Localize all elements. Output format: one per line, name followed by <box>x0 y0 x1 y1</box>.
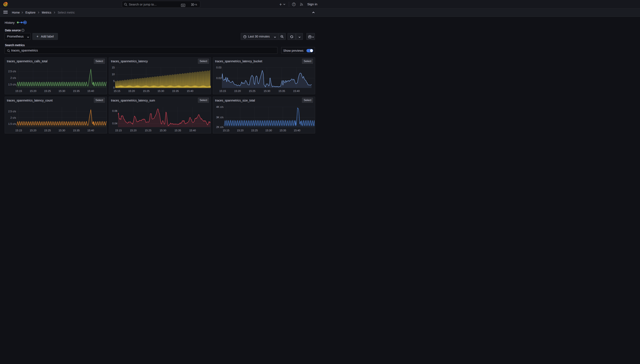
svg-text:15:25: 15:25 <box>44 90 51 92</box>
svg-text:15:30: 15:30 <box>160 129 166 132</box>
svg-text:15:40: 15:40 <box>189 129 196 132</box>
svg-text:2K c/s: 2K c/s <box>216 126 224 128</box>
svg-text:15:20: 15:20 <box>30 129 36 132</box>
svg-text:1.5 c/s: 1.5 c/s <box>8 122 16 126</box>
svg-text:15:20: 15:20 <box>234 90 241 92</box>
svg-text:15:20: 15:20 <box>30 90 36 92</box>
svg-text:15: 15 <box>112 66 115 69</box>
svg-text:15:40: 15:40 <box>293 90 300 92</box>
svg-text:15:30: 15:30 <box>58 90 65 92</box>
svg-text:15:40: 15:40 <box>187 90 193 92</box>
svg-text:15:30: 15:30 <box>58 129 65 132</box>
svg-text:0: 0 <box>114 86 115 89</box>
svg-text:0.04: 0.04 <box>112 122 118 125</box>
svg-text:3K c/s: 3K c/s <box>216 116 224 119</box>
svg-text:15:15: 15:15 <box>223 129 229 132</box>
svg-text:15:25: 15:25 <box>143 90 150 92</box>
svg-text:15:25: 15:25 <box>251 129 258 132</box>
svg-text:2.5 c/s: 2.5 c/s <box>8 70 16 73</box>
svg-text:15:35: 15:35 <box>172 90 179 92</box>
svg-text:15:35: 15:35 <box>73 129 80 132</box>
svg-text:15:15: 15:15 <box>114 90 120 92</box>
svg-text:5: 5 <box>114 80 115 83</box>
svg-text:15:20: 15:20 <box>130 129 136 132</box>
svg-text:1.5 c/s: 1.5 c/s <box>8 83 16 86</box>
svg-text:15:25: 15:25 <box>249 90 255 92</box>
svg-text:15:30: 15:30 <box>158 90 164 92</box>
svg-text:0.03: 0.03 <box>216 66 222 69</box>
svg-text:15:15: 15:15 <box>15 90 22 92</box>
svg-text:0.02: 0.02 <box>216 77 222 80</box>
svg-text:15:40: 15:40 <box>87 90 94 92</box>
svg-text:15:15: 15:15 <box>15 129 22 132</box>
svg-text:15:35: 15:35 <box>174 129 181 132</box>
svg-text:15:20: 15:20 <box>128 90 135 92</box>
svg-text:15:20: 15:20 <box>237 129 244 132</box>
svg-text:15:15: 15:15 <box>115 129 122 132</box>
svg-text:15:30: 15:30 <box>264 90 270 92</box>
svg-text:15:35: 15:35 <box>73 90 80 92</box>
svg-text:0.06: 0.06 <box>112 110 118 112</box>
svg-text:2 c/s: 2 c/s <box>10 76 16 80</box>
svg-text:15:35: 15:35 <box>280 129 286 132</box>
svg-text:15:30: 15:30 <box>265 129 272 132</box>
svg-text:15:15: 15:15 <box>219 90 226 92</box>
svg-text:2.5 c/s: 2.5 c/s <box>8 110 16 113</box>
svg-text:4K c/s: 4K c/s <box>216 106 224 108</box>
svg-text:15:40: 15:40 <box>87 129 94 132</box>
svg-text:?: ? <box>293 3 294 6</box>
svg-text:10: 10 <box>112 73 115 76</box>
svg-text:2 c/s: 2 c/s <box>10 116 16 119</box>
svg-text:15:25: 15:25 <box>44 129 51 132</box>
svg-text:15:40: 15:40 <box>294 129 300 132</box>
svg-text:15:25: 15:25 <box>145 129 151 132</box>
svg-text:15:35: 15:35 <box>278 90 285 92</box>
